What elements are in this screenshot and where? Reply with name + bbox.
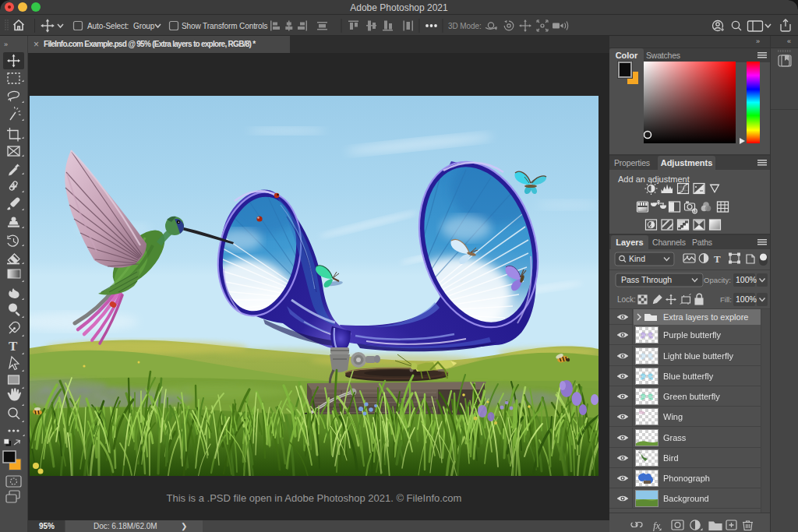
svg-text:fx: fx <box>653 520 661 531</box>
svg-text:T: T <box>714 253 721 265</box>
svg-text:»: » <box>4 41 8 48</box>
svg-text:Show Transform Controls: Show Transform Controls <box>182 22 268 30</box>
svg-text:T: T <box>9 339 18 354</box>
svg-text:100%: 100% <box>736 275 757 284</box>
svg-text:Kind: Kind <box>629 254 645 263</box>
svg-text:Pass Through: Pass Through <box>621 275 672 284</box>
svg-text:3D Mode:: 3D Mode: <box>448 22 482 30</box>
svg-text:Fill:: Fill: <box>720 295 732 304</box>
svg-text:Group: Group <box>133 22 155 30</box>
svg-text:Auto-Select:: Auto-Select: <box>87 22 129 30</box>
svg-text:100%: 100% <box>736 294 757 304</box>
svg-text:Lock:: Lock: <box>617 295 636 304</box>
svg-text:Opacity:: Opacity: <box>704 276 731 284</box>
